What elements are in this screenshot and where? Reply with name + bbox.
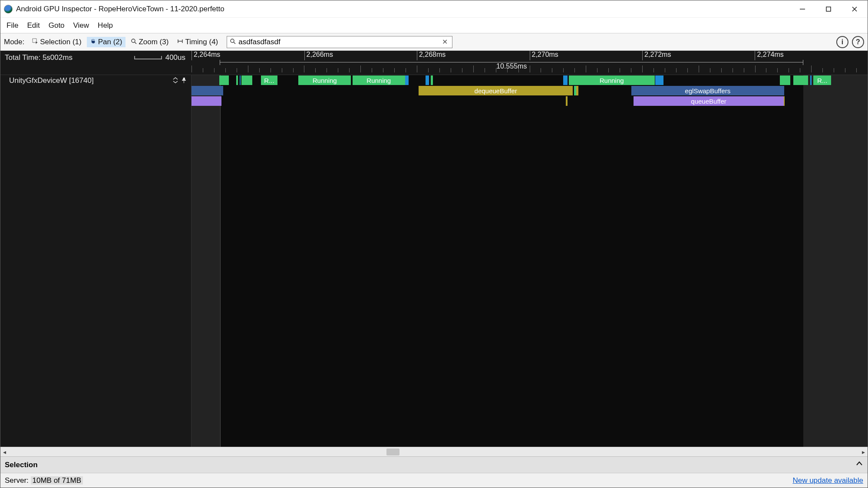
shade-after [803,75,868,447]
question-icon: ? [856,38,860,46]
status-bar: Server: 10MB of 71MB New update availabl… [0,473,868,488]
menu-help[interactable]: Help [93,20,117,32]
menu-view[interactable]: View [69,20,94,32]
search-box: ✕ [227,36,452,48]
timeline-segment[interactable] [793,75,808,85]
timeline-segment[interactable] [191,86,223,95]
mode-pan-label: Pan (2) [98,38,122,46]
help-button[interactable]: ? [852,36,864,48]
track-name: UnityGfxDeviceW [16740] [9,76,94,85]
timeline-segment[interactable] [784,96,785,106]
mode-pan[interactable]: Pan (2) [87,37,126,47]
ruler-tick: 2,274ms [755,51,783,60]
timeline-segment[interactable]: R... [813,75,831,85]
timeline-segment[interactable] [431,75,433,85]
title-bar: Android GPU Inspector - RopeHeroViceTown… [0,0,868,18]
timeline-segment[interactable] [576,86,578,95]
ruler-tick: 2,270ms [530,51,558,60]
timeline-segment[interactable] [240,75,241,85]
chevron-up-icon[interactable] [855,460,863,470]
scroll-right-icon[interactable]: ▸ [862,449,865,455]
timeline-segment[interactable]: Running [353,75,405,85]
close-button[interactable] [842,0,868,18]
track-lanes[interactable]: R...RunningRunningRunningR...dequeueBuff… [191,75,868,447]
ruler-tick: 2,268ms [417,51,446,60]
timeline-segment[interactable] [563,75,567,85]
search-clear-icon[interactable]: ✕ [438,38,452,46]
timing-icon [177,38,183,46]
timeline-segment[interactable] [236,75,238,85]
timeline-segment[interactable]: R... [261,75,277,85]
timeline-segment[interactable] [219,75,229,85]
update-link[interactable]: New update available [792,476,863,485]
horizontal-scrollbar[interactable]: ◂ ▸ [0,447,868,456]
mode-zoom-label: Zoom (3) [139,38,168,46]
toolbar: Mode: Selection (1) Pan (2) Zoom (3) Tim… [0,33,868,51]
scroll-left-icon[interactable]: ◂ [3,449,6,455]
svg-point-10 [231,39,234,43]
visible-range-label: 10.555ms [220,62,803,71]
timeline: Total Time: 5s002ms 400us 2,264ms2,266ms… [0,51,868,447]
timeline-segment[interactable] [426,75,429,85]
pan-icon [90,38,96,46]
ruler-tick: 2,266ms [304,51,333,60]
svg-line-11 [234,42,235,44]
timeline-segment[interactable] [241,75,252,85]
timeline-segment[interactable]: Running [298,75,351,85]
mode-zoom[interactable]: Zoom (3) [127,37,172,47]
minimize-button[interactable] [789,0,815,18]
timeline-segment[interactable] [566,96,568,106]
timeline-segment[interactable] [405,75,409,85]
menu-goto[interactable]: Goto [44,20,69,32]
total-time-label: Total Time: 5s002ms [5,53,73,62]
shade-before [191,75,220,447]
timeline-segment[interactable] [655,75,663,85]
ruler-tick: 2,272ms [642,51,671,60]
svg-rect-1 [826,7,831,11]
menu-file[interactable]: File [2,20,23,32]
search-icon [227,38,238,46]
app-icon [4,5,13,13]
timeline-header: Total Time: 5s002ms 400us 2,264ms2,266ms… [0,51,868,75]
menu-bar: File Edit Goto View Help [0,18,868,33]
mode-selection-label: Selection (1) [40,38,81,46]
svg-line-6 [135,42,136,44]
selection-title: Selection [5,461,38,469]
timeline-segment[interactable] [191,96,221,106]
collapse-icon[interactable] [173,77,178,85]
server-memory: 10MB of 71MB [31,476,83,485]
mode-timing[interactable]: Timing (4) [174,37,221,47]
time-ruler[interactable]: 2,264ms2,266ms2,268ms2,270ms2,272ms2,274… [191,51,868,75]
scale-indicator: 400us [134,53,185,62]
mode-label: Mode: [4,38,24,46]
scale-label: 400us [165,53,185,62]
server-label: Server: [5,476,29,485]
timeline-segment[interactable] [780,75,791,85]
search-input[interactable] [238,36,438,48]
mode-timing-label: Timing (4) [185,38,218,46]
timeline-segment[interactable]: dequeueBuffer [419,86,573,95]
info-button[interactable]: i [836,36,848,48]
scroll-thumb[interactable] [386,449,399,455]
zoom-icon [131,38,137,46]
timeline-segment[interactable]: queueBuffer [634,96,784,106]
timeline-segment[interactable]: Running [569,75,655,85]
info-icon: i [842,38,843,46]
menu-edit[interactable]: Edit [23,20,44,32]
selection-icon [32,38,38,46]
svg-point-5 [132,39,135,43]
mode-selection[interactable]: Selection (1) [29,37,85,47]
timeline-segment[interactable] [810,75,812,85]
window-title: Android GPU Inspector - RopeHeroViceTown… [16,5,224,13]
range-start-line [220,75,221,447]
maximize-button[interactable] [815,0,842,18]
selection-panel[interactable]: Selection [0,456,868,473]
ruler-tick: 2,264ms [191,51,220,60]
timeline-segment[interactable]: eglSwapBuffers [631,86,784,95]
track-header[interactable]: UnityGfxDeviceW [16740] [0,75,191,86]
pin-icon[interactable] [182,77,187,85]
